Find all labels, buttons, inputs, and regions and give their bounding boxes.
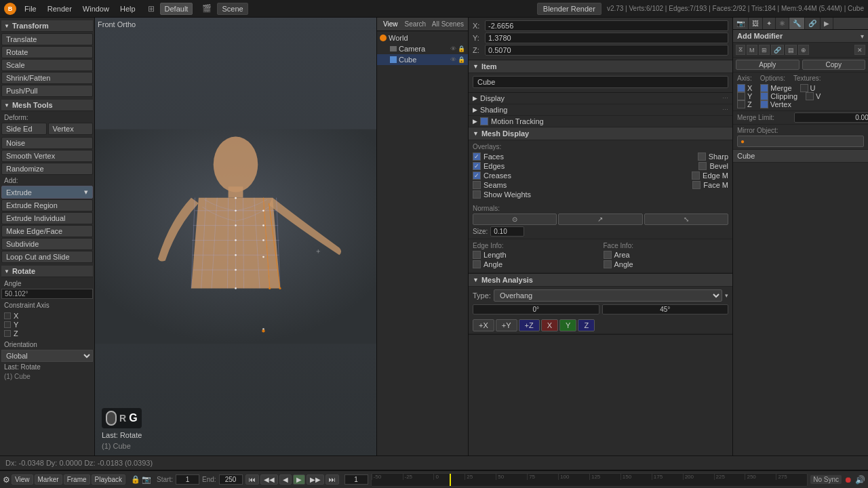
menu-file[interactable]: File [22,3,39,14]
speaker-icon[interactable]: 🔊 [855,475,865,485]
x-input[interactable] [485,20,728,31]
prev-btn[interactable]: ◀ [279,474,292,485]
motion-tracking-row[interactable]: ▶ Motion Tracking [469,116,732,127]
apply-button[interactable]: Apply [736,60,800,70]
u-chk[interactable]: U [800,84,816,92]
shading-row[interactable]: ▶ Shading ⋯ [469,104,732,116]
v-chk[interactable]: V [806,92,821,100]
cube-action1[interactable]: 👁 [450,56,456,63]
mod-tab-physics[interactable]: ⚛ [776,18,789,29]
camera-action1[interactable]: 👁 [450,45,456,52]
mod-tab-particles[interactable]: ✦ [763,18,776,29]
y-axis-checkbox[interactable] [4,321,11,328]
view-tab[interactable]: View [381,20,400,28]
mod-tab-modifier[interactable]: 🔧 [789,18,805,29]
x-axis-checkbox[interactable] [4,312,11,319]
mod-ctrl-1[interactable]: ⧖ [736,45,745,55]
menu-window[interactable]: Window [80,3,112,14]
range-min-input[interactable] [473,304,599,314]
mod-tab-render[interactable]: 🖼 [749,18,763,29]
mod-ctrl-x[interactable]: ✕ [854,45,865,55]
mod-ctrl-6[interactable]: ⊕ [798,45,809,55]
item-header[interactable]: ▼ Item [469,60,732,73]
scene-name[interactable]: Scene [217,3,248,15]
y-input[interactable] [485,33,728,43]
plus-x-btn[interactable]: +X [473,319,494,331]
face-angle-checkbox[interactable] [604,260,612,268]
add-modifier-dropdown-icon[interactable]: ▾ [861,33,864,40]
renderer-select[interactable]: Blender Render [537,3,601,15]
mod-ctrl-4[interactable]: 🔗 [771,45,784,55]
motion-tracking-checkbox[interactable] [480,117,488,125]
sharp-checkbox[interactable] [698,152,706,161]
mod-tab-constraints[interactable]: 🔗 [805,18,821,29]
smooth-vertex-button[interactable]: Smooth Vertex [1,150,93,162]
merge-limit-input[interactable] [794,113,868,123]
mod-tab-anim[interactable]: ▶ [821,18,833,29]
mod-ctrl-2[interactable]: M [747,45,757,55]
mod-ctrl-3[interactable]: ⊞ [759,45,770,55]
menu-help[interactable]: Help [117,3,138,14]
tree-item-cube[interactable]: Cube 👁 🔒 [377,54,468,65]
normal-btn-1[interactable]: ⊙ [473,214,557,225]
camera-lock-icon[interactable]: 📷 [142,475,151,484]
mirror-object-input[interactable]: ● [737,136,864,147]
normal-btn-2[interactable]: ↗ [558,214,642,225]
model-area[interactable]: R G Last: Rotate (1) Cube [95,18,376,455]
rotate-button[interactable]: Rotate [1,46,93,58]
viewport[interactable]: Front Ortho [95,18,376,455]
plus-y-btn[interactable]: +Y [496,319,517,331]
mesh-tools-header[interactable]: ▼ Mesh Tools [1,100,93,111]
jump-end-btn[interactable]: ⏭ [326,474,339,485]
edges-checkbox[interactable]: ✓ [473,162,481,170]
timeline[interactable]: ⚙ View Marker Frame Playback 🔒 📷 Start: … [0,470,868,488]
push-pull-button[interactable]: Push/Pull [1,85,93,97]
end-frame-input[interactable] [219,474,243,485]
edge-length-checkbox[interactable] [473,251,481,259]
noise-button[interactable]: Noise [1,137,93,149]
scale-button[interactable]: Scale [1,59,93,71]
axis-z-chk[interactable]: Z [737,100,752,108]
tree-item-world[interactable]: World [377,33,468,43]
jump-start-btn[interactable]: ⏮ [245,474,259,485]
all-scenes-tab[interactable]: All Scenes [432,20,464,28]
mod-ctrl-5[interactable]: ▤ [785,45,797,55]
side-ed-button[interactable]: Side Ed [1,123,47,135]
camera-action2[interactable]: 🔒 [458,45,465,52]
y-btn[interactable]: Y [559,319,576,331]
start-frame-input[interactable] [176,474,199,485]
display-row[interactable]: ▶ Display ⋯ [469,93,732,104]
show-weights-checkbox[interactable] [473,190,481,199]
z-input[interactable] [485,45,728,56]
face-area-checkbox[interactable] [604,251,612,259]
prev-frame-btn[interactable]: ◀◀ [260,474,278,485]
vertex-button[interactable]: Vertex [48,123,94,135]
next-btn[interactable]: ▶▶ [307,474,324,485]
x-btn[interactable]: X [541,319,558,331]
tree-item-camera[interactable]: Camera 👁 🔒 [377,43,468,54]
facem-checkbox[interactable] [692,181,701,189]
cube-action2[interactable]: 🔒 [458,56,465,63]
cube-name-input[interactable] [473,76,728,88]
mesh-analysis-header[interactable]: ▼ Mesh Analysis [469,274,732,287]
creases-checkbox[interactable]: ✓ [473,171,481,180]
plus-z-btn[interactable]: +Z [519,319,540,331]
marker-menu[interactable]: Marker [35,474,62,485]
make-edge-face-button[interactable]: Make Edge/Face [1,225,93,237]
extrude-button[interactable]: Extrude ▾ [1,186,93,199]
mod-tab-camera[interactable]: 📷 [733,18,749,29]
menu-render[interactable]: Render [45,3,75,14]
vertex-chk[interactable]: Vertex [760,100,791,108]
play-btn[interactable]: ▶ [293,474,305,485]
z-axis-checkbox[interactable] [4,330,11,337]
randomize-button[interactable]: Randomize [1,163,93,175]
copy-button[interactable]: Copy [802,60,866,70]
search-tab[interactable]: Search [403,20,429,28]
type-select[interactable]: Overhang [494,289,722,302]
normals-size-input[interactable] [490,226,524,237]
transform-header[interactable]: ▼ Transform [1,20,93,32]
frame-menu[interactable]: Frame [64,474,90,485]
normal-btn-3[interactable]: ⤡ [644,214,728,225]
edge-angle-checkbox[interactable] [473,260,481,268]
range-max-input[interactable] [602,304,729,314]
